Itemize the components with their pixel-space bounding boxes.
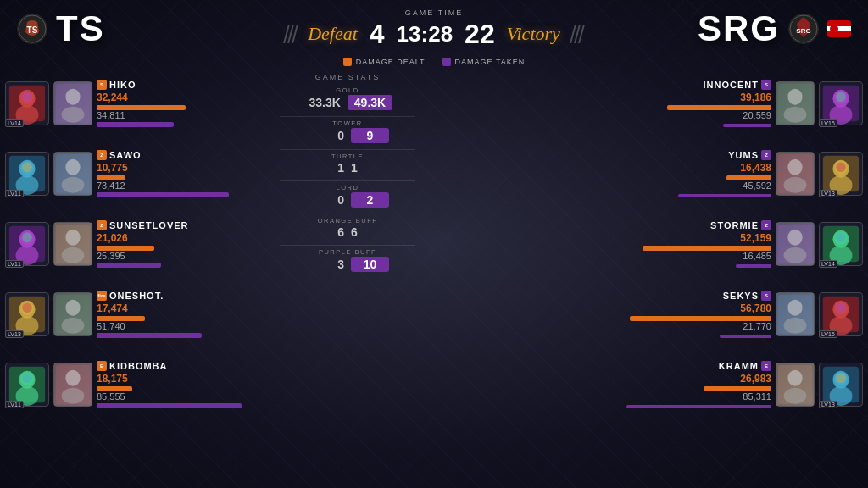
lv-badge: LV13 (819, 401, 837, 408)
svg-point-43 (65, 300, 80, 316)
svg-text:TS: TS (27, 25, 38, 35)
ts-logo: TS (17, 14, 47, 44)
char-avatar-stack: LV15 (819, 292, 863, 336)
player-photo (53, 292, 92, 336)
player-name-row: KRAMM E (610, 361, 771, 371)
svg-point-14 (62, 107, 85, 123)
svg-point-44 (62, 318, 85, 334)
turtle-left: 1 (306, 161, 344, 175)
role-icon: fire (97, 291, 107, 301)
role-icon: E (97, 361, 107, 371)
player-info: INNOCENT S 39,186 20,559 (610, 80, 771, 127)
role-icon: E (761, 361, 771, 371)
player-row-left: LV14 S HIKO 32,244 34,811 (5, 69, 258, 137)
player-name: STORMIE (710, 220, 759, 230)
bar-damage-dealt (610, 316, 771, 321)
stat-damage-dealt: 18,175 (97, 373, 258, 385)
player-name: HIKO (109, 80, 136, 90)
player-name: KRAMM (719, 361, 759, 371)
svg-point-53 (65, 370, 80, 386)
player-photo (53, 152, 92, 196)
player-name-row: S HIKO (97, 80, 258, 90)
svg-point-103 (787, 370, 802, 386)
team-left-header: TS TS (17, 8, 105, 49)
stat-damage-taken: 45,592 (610, 180, 771, 191)
bar-orange (97, 316, 145, 321)
bar-damage-taken (610, 122, 771, 127)
player-info: YUMS Z 16,438 45,592 (610, 150, 771, 197)
game-time-label: GAME TIME (405, 8, 463, 17)
player-info: fire ONESHOT. 17,474 51,740 (97, 291, 258, 338)
svg-point-13 (65, 89, 80, 105)
header: TS TS GAME TIME Defeat 4 13:28 22 Victor… (0, 0, 868, 58)
player-row-right: LV13 YUMS Z 16,438 45,592 (610, 140, 863, 208)
bar-orange (97, 246, 154, 251)
player-name: YUMS (728, 150, 759, 160)
player-info: SEKYS S 56,780 21,770 (610, 291, 771, 338)
lv-badge: LV13 (819, 190, 837, 197)
legend-damage-dealt: DAMAGE DEALT (343, 58, 426, 66)
lv-badge: LV11 (5, 260, 24, 268)
player-photo-stack (53, 222, 92, 266)
bar-damage-taken (97, 403, 258, 408)
char-avatar-stack: LV15 (819, 81, 863, 125)
bar-damage-taken (97, 192, 258, 197)
svg-point-64 (784, 107, 807, 123)
char-avatar-stack: LV13 (5, 292, 49, 336)
dot-orange (343, 58, 352, 66)
svg-point-63 (787, 89, 802, 105)
player-info: KRAMM E 26,983 85,311 (610, 361, 771, 408)
player-photo-stack (53, 81, 92, 125)
stat-damage-dealt: 32,244 (97, 92, 258, 103)
player-photo-stack (776, 152, 815, 196)
player-name-row: STORMIE Z (610, 220, 771, 230)
lv-badge: LV15 (819, 119, 837, 127)
bar-damage-dealt (97, 105, 258, 110)
tower-right: 9 (351, 128, 389, 143)
role-icon: Z (761, 150, 771, 160)
stat-damage-taken: 16,485 (610, 251, 771, 261)
bar-damage-dealt (610, 386, 771, 391)
bar-purple (97, 122, 174, 127)
center-stats: GAME STATS GOLD 33.3K 49.3K TOWER 0 9 TU… (263, 69, 432, 488)
tower-stat: TOWER 0 9 (263, 119, 432, 143)
svg-point-34 (62, 247, 85, 263)
player-info: Z SAWO 10,775 73,412 (97, 150, 258, 197)
svg-point-94 (784, 318, 807, 334)
player-photo (53, 81, 92, 125)
game-time: 13:28 (397, 21, 453, 47)
srg-logo: SRG (788, 14, 819, 44)
lord-stat: LORD 0 2 (263, 184, 432, 208)
bar-damage-taken (610, 192, 771, 197)
bar-orange (97, 175, 125, 180)
player-name: SAWO (109, 150, 142, 160)
game-stats-label: GAME STATS (315, 73, 381, 81)
malaysia-flag (827, 20, 851, 37)
gold-left: 33.3K (303, 96, 341, 109)
stat-damage-dealt: 56,780 (610, 302, 771, 314)
player-photo-stack (776, 222, 815, 266)
bar-purple-right (678, 194, 771, 197)
gold-label: GOLD (263, 86, 432, 94)
bar-damage-dealt (610, 175, 771, 180)
damage-dealt-label: DAMAGE DEALT (356, 58, 426, 66)
player-name-row: Z SAWO (97, 150, 258, 160)
player-info: E KIDBOMBA 18,175 85,555 (97, 361, 258, 408)
lv-badge: LV14 (5, 119, 24, 127)
orange-buff-right: 6 (351, 225, 389, 239)
legend-row: DAMAGE DEALT DAMAGE TAKEN (0, 58, 868, 66)
legend-damage-taken: DAMAGE TAKEN (442, 58, 526, 66)
svg-point-90 (836, 303, 846, 313)
bar-damage-taken (610, 333, 771, 338)
player-photo-stack (776, 363, 815, 407)
bar-orange-right (667, 105, 772, 110)
player-info: Z SUNSETLOVER 21,026 25,395 (97, 220, 258, 268)
player-name-row: YUMS Z (610, 150, 771, 160)
svg-point-40 (22, 303, 32, 313)
player-row-left: LV11 Z SUNSETLOVER 21,026 25,395 (5, 210, 258, 278)
tower-left: 0 (306, 129, 344, 142)
svg-point-73 (787, 159, 802, 175)
team-right-header: SRG SRG (698, 8, 851, 49)
bar-damage-dealt (610, 246, 771, 251)
player-photo (53, 222, 92, 266)
